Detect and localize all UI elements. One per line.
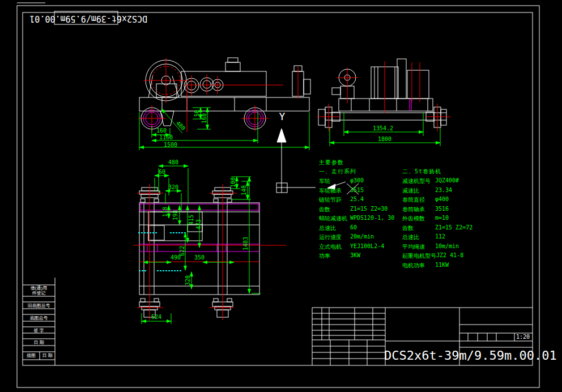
dim-front-160v: 160: [201, 113, 207, 123]
strip-row-date2: 日 期: [40, 353, 55, 358]
dim-plan-473: 473: [195, 219, 202, 229]
dim-front-50: 50: [194, 110, 200, 117]
strip-row-date: 日 期: [23, 340, 55, 345]
strip-row-borrowed-parts: 借(通)用件登记: [23, 286, 55, 296]
dim-plan-480: 480: [168, 159, 178, 165]
param-row: 链轮节距25.4: [319, 196, 364, 204]
dim-plan-490: 490: [171, 254, 181, 261]
param-row: 减速比23.34: [402, 187, 452, 195]
param-row: 齿数Z1=15 Z2=72: [402, 224, 472, 232]
param-row: 电机功率11KW: [402, 262, 449, 270]
param-row: 外齿模数m=10: [402, 215, 449, 223]
param-row: 运行速度20m/min: [319, 233, 374, 241]
corner-drawing-number: DCS2x6t-39m/9.59m.00.01: [19, 12, 147, 24]
param-row: 车轮φ300: [319, 177, 364, 185]
param-row: 总速比112: [402, 233, 445, 241]
dim-plan-100: 100: [230, 177, 236, 188]
param-row: 立式电机YEJ100L2-4: [319, 243, 384, 251]
dim-plan-415: 415: [188, 215, 194, 225]
dim-plan-140: 140: [241, 185, 247, 195]
param-row: 蜗轮减速机WPDS120-1, 30: [319, 215, 394, 223]
dim-front-1160: 1160: [159, 134, 173, 140]
axis-y-label: Y: [279, 110, 286, 122]
dim-plan-1483: 1483: [242, 237, 249, 250]
dim-front-160h: 160: [156, 127, 167, 134]
param-row: 车轮轴承3515: [319, 187, 364, 195]
title-block-scale: 1:20: [514, 334, 531, 340]
dim-side-1800: 1800: [378, 136, 391, 142]
dim-front-1500: 1500: [164, 142, 177, 148]
cad-linework: [0, 0, 562, 392]
parameters-left-heading: 一、走行系列: [319, 168, 356, 176]
drawing-frame: [17, 3, 539, 387]
strip-row-old-base-number: 旧底图总号: [23, 303, 55, 308]
parameters-title: 主要参数: [319, 159, 344, 167]
dim-plan-118: 118: [162, 207, 168, 217]
parameters-right-heading: 二、5t卷扬机: [402, 168, 441, 176]
dim-plan-198: 198: [172, 210, 178, 220]
strip-row-signature: 签 字: [23, 328, 55, 333]
param-row: 卷筒直径φ400: [402, 196, 449, 204]
axis-marker: [276, 129, 316, 193]
dim-plan-60: 60: [159, 169, 165, 175]
param-row: 卷筒轴承3516: [402, 206, 449, 214]
strip-row-base-number: 底图总号: [23, 316, 55, 321]
param-row: 起重电机型号JZ2 41-8: [402, 252, 463, 260]
plan-view: [133, 166, 286, 324]
side-view: [317, 59, 450, 146]
param-row: 总速比60: [319, 224, 357, 232]
strip-row-tracing: 描图: [23, 353, 40, 358]
cad-drawing-canvas: DCS2x6t-39m/9.59m.00.01 DCS2x6t-39m/9.59…: [0, 0, 562, 392]
dim-plan-320-bottom: 320: [185, 275, 191, 286]
title-block-drawing-number: DCS2x6t-39m/9.59m.00.01: [384, 348, 557, 363]
param-row: 功率3KW: [319, 252, 360, 260]
param-row: 齿数Z1=15 Z2=30: [319, 206, 388, 214]
dim-side-1354: 1354.2: [373, 125, 393, 131]
param-row: 平均绳速10m/min: [402, 243, 459, 251]
param-row: 减速机型号JQZ400#: [402, 177, 459, 185]
dim-plan-524: 524: [151, 314, 161, 320]
dim-plan-350: 350: [194, 254, 205, 261]
dim-plan-320-top: 320: [168, 184, 178, 190]
